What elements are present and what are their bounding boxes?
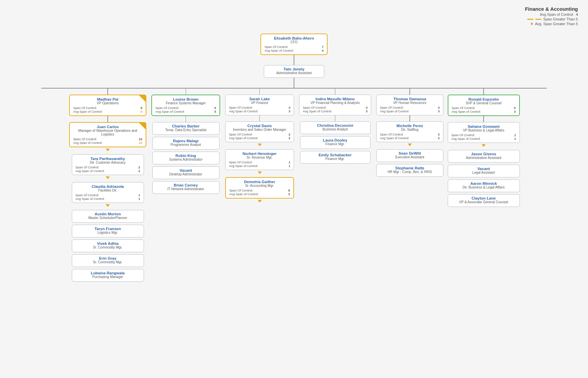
card-jason[interactable]: Jason Givens Administrative Assistant (448, 150, 520, 163)
arrow-norbert (258, 171, 262, 174)
card-sean[interactable]: Sean DeWitt Executive Assistant (376, 149, 443, 162)
card-sahana[interactable]: Sahana Goswami VP Business & Legal Affai… (448, 122, 520, 143)
card-stephanie[interactable]: Stephanie Ratte HR Mgr - Comp, Ben, & HR… (376, 164, 443, 177)
conn-root-admin (294, 55, 294, 65)
conn-admin-l2 (294, 78, 294, 88)
card-vacant-legal[interactable]: Vacant Legal Assistant (448, 165, 520, 177)
card-madhav[interactable]: Madhav Pai VP Operations Span Of Control… (69, 95, 146, 116)
arrow-claudia (106, 204, 110, 207)
col-thomas: Thomas Damassa VP Human Resources Span O… (374, 88, 446, 177)
card-norbert[interactable]: Norbert Henninger Sr. Revenue Mgr. Span … (225, 149, 294, 170)
card-tara[interactable]: Tara Parthasarathy Dir. Customer Advocac… (72, 154, 144, 175)
card-vacant-desktop[interactable]: Vacant Desktop Administrator (152, 166, 219, 179)
root-avg-span: Avg Span of Control: 4 (264, 49, 324, 52)
col-indira: Indira Masullo Milano VP Financial Plann… (297, 88, 374, 164)
card-erin[interactable]: Erin Gray Sr. Commodity Mgr. (72, 254, 144, 267)
col-ronald: Ronald Esposito SVP & General Counsel Sp… (446, 88, 522, 207)
org-chart: Elisabeth Bahs-Ahern CFO Span Of Control… (0, 0, 588, 292)
card-demetria[interactable]: Demetria Gaither Sr. Accounting Mgr. Spa… (225, 177, 294, 199)
card-indira[interactable]: Indira Masullo Milano VP Financial Plann… (299, 95, 371, 115)
root-name: Elisabeth Bahs-Ahern (264, 36, 324, 40)
card-thomas[interactable]: Thomas Damassa VP Human Resources Span O… (376, 95, 443, 115)
arrow-sahana (482, 144, 486, 147)
arrow-tara (106, 176, 110, 179)
card-crystal[interactable]: Crystal Davis Inventory and Sales Order … (225, 121, 294, 142)
card-brian[interactable]: Brian Carney IT Network Administrator (152, 181, 219, 194)
card-lubaina[interactable]: Lubaina Rangwala Purchasing Manager (72, 269, 144, 282)
card-charles[interactable]: Charles Barber Temp. Data Entry Speciali… (152, 122, 219, 135)
root-title: CFO (264, 40, 324, 44)
card-taryn[interactable]: Taryn Fransen Logistics Mgr. (72, 225, 144, 237)
card-louise[interactable]: Louise Brown Finance Systems Manager Spa… (151, 95, 220, 116)
card-vivek[interactable]: Vivek Adhia Sr. Commodity Mgr. (72, 239, 144, 252)
card-clayton[interactable]: Clayton Lane VP & Associate General Coun… (448, 194, 520, 207)
card-michelle[interactable]: Michelle Perez Dir. Staffing Span Of Con… (376, 121, 443, 142)
card-admin[interactable]: Tato Janely Administrative Assistant (264, 65, 324, 78)
card-ronald[interactable]: Ronald Esposito SVP & General Counsel Sp… (448, 95, 520, 116)
card-root[interactable]: Elisabeth Bahs-Ahern CFO Span Of Control… (260, 34, 328, 55)
admin-name: Tato Janely (267, 67, 321, 71)
card-claudia[interactable]: Claudia Adriazola Facilities Dir. Span O… (72, 182, 144, 203)
col-sarah: Sarah Lake VP Finance Span Of Control:3 … (223, 88, 297, 204)
arrow-juan (106, 149, 110, 151)
col-louise: Louise Brown Finance Systems Manager Spa… (149, 88, 223, 194)
card-rajeev[interactable]: Rajeev Malagi Programmer Analyst (152, 137, 219, 150)
h-connector-l2 (41, 88, 547, 89)
col-madhav: Madhav Pai VP Operations Span Of Control… (67, 88, 149, 282)
card-aaron[interactable]: Aaron Minnick Dir. Business & Legal Affa… (448, 179, 520, 192)
card-laura[interactable]: Laura Dooley Finance Mgr. (300, 136, 371, 149)
root-span: Span Of Control: 7 (264, 45, 324, 49)
card-robin[interactable]: Robin King Systems Administrator (152, 152, 219, 164)
arrow-crystal (258, 144, 262, 146)
card-sarah[interactable]: Sarah Lake VP Finance Span Of Control:3 … (225, 95, 294, 115)
card-emily[interactable]: Emily Schabacker Finance Mgr. (300, 151, 371, 164)
card-austin[interactable]: Austin Morton Master Scheduler/Planner (72, 210, 144, 223)
card-christina[interactable]: Christina Deconcini Business Analyst (300, 121, 371, 134)
card-juan[interactable]: Juan Carlos Manager of Warehouse Operati… (69, 122, 146, 147)
arrow-demetria (258, 200, 262, 203)
admin-title: Administrative Assistant (267, 71, 321, 75)
arrow-michelle (408, 144, 412, 146)
